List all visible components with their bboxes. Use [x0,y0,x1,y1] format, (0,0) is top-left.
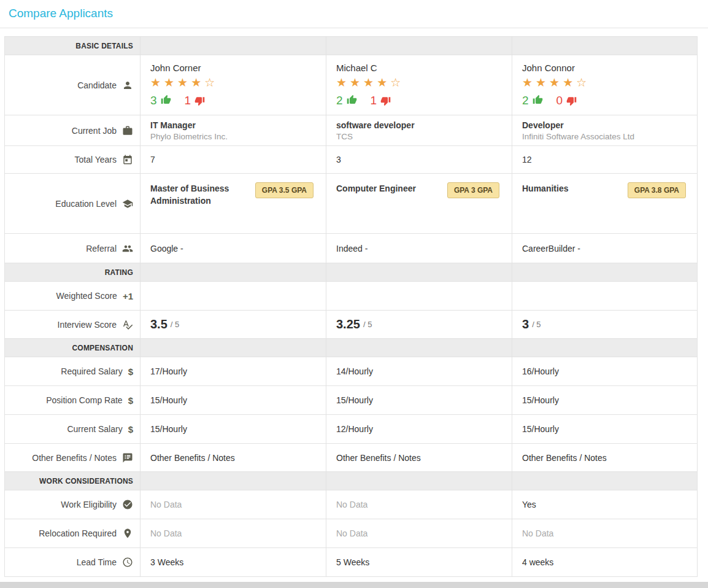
gpa-badge: GPA 3.5 GPA [255,182,314,198]
row-label-required-salary-text: Required Salary [61,366,122,376]
compare-applicants-table: BASIC DETAILS Candidate John Corner ★★★★… [4,36,698,577]
referral-value: Indeed - [326,234,512,263]
row-lead-time: Lead Time 3 Weeks 5 Weeks 4 weeks [5,548,697,577]
current-salary-value: 12/Hourly [326,415,512,443]
location-pin-icon [122,528,133,539]
education-cell: Humanities GPA 3.8 GPA [512,174,698,233]
star-icon: ★ [549,76,563,89]
job-title: Developer [522,120,688,130]
row-label-total-years-text: Total Years [75,155,117,164]
section-spacer [512,37,698,55]
position-comp-rate-value: 15/Hourly [512,386,698,414]
star-icon: ★ [336,76,350,89]
other-benefits-value: Other Benefits / Notes [140,444,326,471]
referral-value: Google - [140,234,326,263]
row-work-eligibility: Work Eligibility No Data No Data Yes [5,490,697,519]
interview-score-cell: 3.5 / 5 [140,311,326,338]
interview-score-cell: 3.25 / 5 [326,311,512,338]
thumb-up-icon [347,95,357,107]
thumbs-down-count: 1 [185,94,191,107]
job-company: Phylo Biometrics Inc. [150,132,316,141]
section-basic-details: BASIC DETAILS [5,37,697,55]
total-years-value: 12 [512,146,698,173]
star-icon: ☆ [204,76,218,89]
current-job-cell: software developer TCS [326,115,512,145]
row-total-years: Total Years 7 3 12 [5,146,697,174]
weighted-score-value [140,282,326,310]
thumbs-down-count: 0 [556,94,563,107]
star-icon: ★ [363,76,377,89]
candidate-name[interactable]: John Corner [150,63,316,73]
star-icon: ★ [191,76,204,89]
lead-time-value: 3 Weeks [140,548,326,576]
row-label-total-years: Total Years [5,146,140,173]
relocation-required-value: No Data [326,519,512,547]
plus-one-icon: +1 [123,291,133,301]
section-spacer [326,263,512,281]
briefcase-icon [122,125,133,136]
section-spacer [326,339,512,357]
section-rating: RATING [5,263,697,282]
star-icon: ☆ [576,76,590,89]
row-label-candidate: Candidate [5,55,140,115]
thumbs-up-count: 2 [336,94,343,107]
row-label-weighted-score-text: Weighted Score [56,291,117,301]
row-label-relocation-required-text: Relocation Required [39,528,117,538]
job-company: TCS [336,132,502,141]
job-company: Infiniti Software Associates Ltd [522,132,688,141]
interview-score-max: / 5 [532,320,541,329]
row-relocation-required: Relocation Required No Data No Data No D… [5,519,697,548]
row-weighted-score: Weighted Score +1 [5,282,697,311]
star-icon: ★ [563,76,576,89]
star-rating: ★★★★☆ [150,76,316,90]
current-salary-value: 15/Hourly [512,415,698,443]
star-icon: ★ [522,76,536,89]
row-candidate: Candidate John Corner ★★★★☆ 3 1 Michael … [5,55,697,115]
calendar-icon [122,154,133,165]
candidate-card: Michael C ★★★★☆ 2 1 [326,55,512,115]
section-compensation-label: COMPENSATION [5,339,140,357]
row-education-level: Education Level Master of Business Admin… [5,174,697,234]
section-spacer [140,339,326,357]
work-eligibility-value: No Data [326,490,512,519]
current-salary-value: 15/Hourly [140,415,326,443]
interview-score-value: 3.5 [150,317,167,331]
interview-score-max: / 5 [171,320,179,329]
referral-value: CareerBuilder - [512,234,698,263]
total-years-value: 7 [140,146,326,173]
thumb-up-icon [533,95,543,107]
interview-score-cell: 3 / 5 [512,311,698,338]
row-label-referral: Referral [5,234,140,263]
star-rating: ★★★★☆ [522,76,688,90]
row-label-candidate-text: Candidate [77,80,117,90]
row-position-comp-rate: Position Comp Rate $ 15/Hourly 15/Hourly… [5,386,697,415]
thumb-down-icon [380,93,391,109]
row-label-work-eligibility-text: Work Eligibility [61,500,117,509]
row-label-referral-text: Referral [86,244,117,253]
work-eligibility-value: No Data [140,490,326,519]
current-job-cell: Developer Infiniti Software Associates L… [512,115,698,145]
star-icon: ★ [350,76,363,89]
clock-icon [122,557,133,568]
candidate-name[interactable]: Michael C [336,63,502,73]
candidate-card: John Corner ★★★★☆ 3 1 [140,55,326,115]
row-label-lead-time-text: Lead Time [77,557,117,567]
section-spacer [326,37,512,55]
section-spacer [140,263,326,281]
row-label-current-salary: Current Salary $ [5,415,140,443]
gpa-badge: GPA 3.8 GPA [628,182,686,198]
star-icon: ★ [377,76,390,89]
page-bottom-edge [0,582,708,588]
star-icon: ★ [164,76,177,89]
row-label-current-job: Current Job [5,115,140,145]
candidate-name[interactable]: John Connor [522,63,688,73]
row-required-salary: Required Salary $ 17/Hourly 14/Hourly 16… [5,357,697,386]
thumbs-summary: 2 1 [336,93,502,109]
people-icon [122,243,133,254]
star-rating: ★★★★☆ [336,76,502,90]
row-label-lead-time: Lead Time [5,548,140,576]
other-benefits-value: Other Benefits / Notes [326,444,512,471]
section-rating-label: RATING [5,263,140,281]
lead-time-value: 4 weeks [512,548,698,576]
notes-icon [122,452,133,463]
